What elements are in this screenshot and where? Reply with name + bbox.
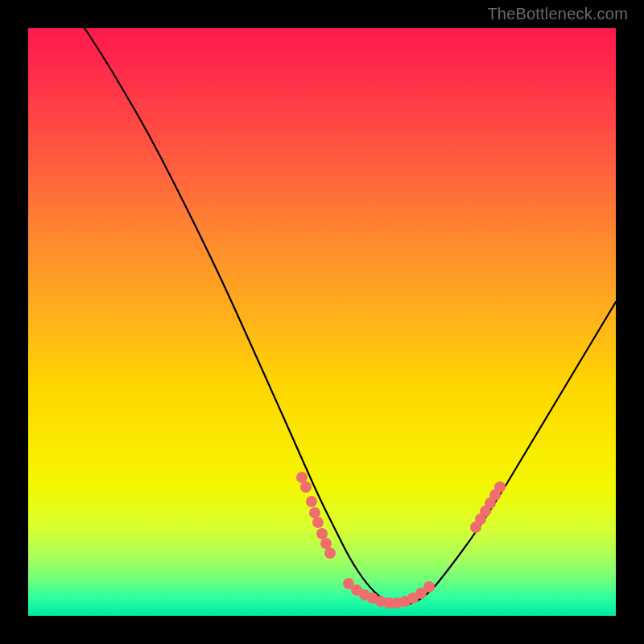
- data-point-left_wall: [296, 472, 308, 483]
- data-point-valley: [423, 581, 435, 592]
- chart-frame: TheBottleneck.com: [0, 0, 644, 644]
- data-point-left_wall: [300, 481, 312, 493]
- data-point-left_wall: [316, 528, 328, 539]
- data-point-left_wall: [309, 507, 320, 518]
- curve-layer: [28, 28, 616, 616]
- data-point-left_wall: [324, 547, 336, 559]
- watermark-text: TheBottleneck.com: [487, 5, 628, 23]
- data-point-left_wall: [320, 538, 332, 549]
- bottleneck-curve: [76, 28, 616, 605]
- data-point-left_wall: [312, 517, 324, 528]
- plot-area: [28, 28, 616, 616]
- data-point-left_wall: [306, 496, 317, 507]
- dot-markers: [296, 472, 506, 609]
- data-point-right_wall: [494, 481, 506, 493]
